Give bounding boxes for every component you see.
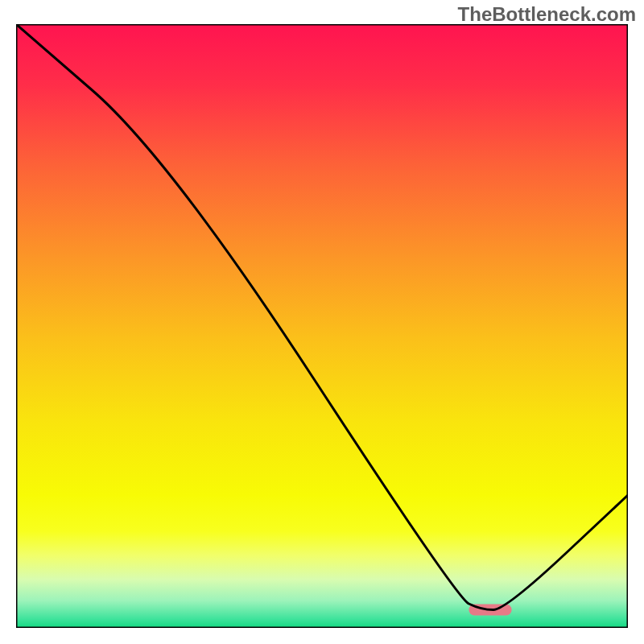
chart-svg	[16, 24, 628, 628]
plot-area	[16, 24, 628, 628]
gradient-background	[16, 24, 628, 628]
chart-container: TheBottleneck.com	[0, 0, 644, 644]
watermark-label: TheBottleneck.com	[458, 3, 636, 26]
